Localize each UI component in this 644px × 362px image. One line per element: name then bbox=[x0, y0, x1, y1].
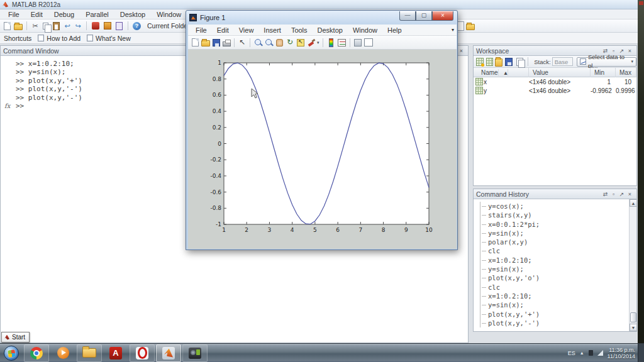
history-entry[interactable]: clc bbox=[480, 246, 629, 255]
workspace-variable-row[interactable]: x <1x46 double> 1 10 bbox=[474, 77, 636, 86]
figure-titlebar[interactable]: Figure 1 — ▢ × bbox=[186, 11, 457, 25]
figure-menu-item[interactable]: Insert bbox=[258, 26, 286, 35]
figure-menu-item[interactable]: Edit bbox=[212, 26, 234, 35]
stack-dropdown[interactable]: Base ▾ bbox=[552, 57, 574, 66]
brush-dropdown-icon[interactable]: ▾ bbox=[317, 40, 319, 45]
profiler-icon[interactable] bbox=[116, 22, 123, 30]
pin-panel-icon[interactable]: ↗ bbox=[618, 191, 626, 197]
taskbar-opera-button[interactable] bbox=[130, 344, 155, 362]
history-entry[interactable]: polar(x,y) bbox=[480, 238, 629, 246]
matlab-menu-item[interactable]: Desktop bbox=[114, 10, 151, 19]
history-entry[interactable]: y=sin(x); bbox=[480, 265, 629, 273]
close-button[interactable]: × bbox=[432, 11, 453, 21]
taskbar-matlab-button[interactable] bbox=[156, 344, 181, 362]
show-desktop-button[interactable] bbox=[638, 344, 644, 362]
history-entry[interactable]: x=1:0.2:10; bbox=[480, 292, 629, 300]
menu-overflow-icon[interactable]: ▾ bbox=[452, 27, 454, 33]
history-entry[interactable]: y=sin(x); bbox=[480, 229, 629, 238]
copy-icon[interactable] bbox=[43, 23, 48, 30]
data-cursor-icon[interactable] bbox=[297, 39, 304, 47]
figure-menu-item[interactable]: Window bbox=[348, 26, 382, 35]
clock[interactable]: 11:36 p.m. 11/10/2014 bbox=[608, 347, 635, 359]
close-panel-icon[interactable]: × bbox=[457, 48, 465, 54]
minimize-button[interactable]: — bbox=[399, 11, 416, 21]
matlab-menu-item[interactable]: Parallel bbox=[80, 10, 114, 19]
scroll-up-icon[interactable]: ▲ bbox=[630, 199, 637, 207]
column-max[interactable]: Max bbox=[616, 68, 636, 77]
history-entry[interactable]: plot(x,y,'+') bbox=[480, 310, 629, 319]
shortcut-whats-new[interactable]: What's New bbox=[87, 35, 131, 42]
taskbar-explorer-button[interactable] bbox=[77, 344, 102, 362]
simulink-icon[interactable] bbox=[92, 22, 99, 30]
history-entry[interactable]: x=0:0.1:2*pi; bbox=[480, 220, 629, 229]
select-data-dropdown[interactable]: Select data to pl... ▾ bbox=[577, 57, 636, 67]
shortcut-how-to-add[interactable]: How to Add bbox=[38, 35, 80, 42]
open-figure-icon[interactable] bbox=[201, 40, 210, 47]
scroll-down-icon[interactable]: ▼ bbox=[630, 324, 637, 331]
matlab-menu-item[interactable]: Edit bbox=[25, 10, 48, 19]
new-figure-icon[interactable] bbox=[192, 38, 199, 47]
open-variable-icon[interactable] bbox=[486, 58, 494, 66]
save-workspace-icon[interactable] bbox=[505, 58, 513, 66]
new-variable-icon[interactable] bbox=[476, 58, 484, 66]
matlab-menu-item[interactable]: File bbox=[3, 10, 25, 19]
brush-icon[interactable] bbox=[308, 39, 315, 47]
maximize-button[interactable]: ▢ bbox=[416, 11, 432, 21]
figure-menu-item[interactable]: Help bbox=[382, 26, 407, 35]
fx-button[interactable]: fx bbox=[4, 102, 16, 110]
show-plot-tools-icon[interactable] bbox=[364, 38, 373, 47]
command-prompt[interactable]: >> bbox=[16, 102, 24, 110]
action-center-icon[interactable] bbox=[589, 350, 593, 356]
save-figure-icon[interactable] bbox=[213, 39, 220, 47]
history-entry[interactable]: plot(x,y,'o') bbox=[480, 273, 629, 282]
scrollbar-thumb[interactable] bbox=[630, 312, 636, 322]
hide-plot-tools-icon[interactable] bbox=[354, 39, 362, 47]
zoom-out-icon[interactable] bbox=[265, 38, 273, 47]
network-icon[interactable] bbox=[597, 350, 603, 356]
command-history-titlebar[interactable]: Command History ⇄ ▫ ↗ × bbox=[474, 189, 636, 199]
workspace-variable-row[interactable]: y <1x46 double> -0.9962 0.9996 bbox=[474, 86, 636, 95]
language-indicator[interactable]: ES bbox=[568, 350, 575, 356]
figure-menu-item[interactable]: View bbox=[234, 26, 259, 35]
column-value[interactable]: Value bbox=[529, 68, 591, 77]
browse-folder-icon[interactable] bbox=[466, 24, 475, 30]
zoom-in-icon[interactable] bbox=[254, 38, 262, 47]
history-entry[interactable]: plot(x,y,'-') bbox=[480, 319, 629, 327]
taskbar-chrome-button[interactable] bbox=[24, 344, 49, 362]
matlab-menu-item[interactable]: Window bbox=[151, 10, 187, 19]
figure-menu-item[interactable]: Desktop bbox=[313, 26, 348, 35]
guide-icon[interactable] bbox=[104, 22, 111, 30]
insert-colorbar-icon[interactable] bbox=[329, 38, 333, 47]
history-scrollbar[interactable]: ▲ ▼ bbox=[629, 199, 636, 331]
taskbar-media-player-button[interactable] bbox=[50, 344, 75, 362]
paste-icon[interactable] bbox=[53, 22, 60, 30]
duplicate-variable-icon[interactable] bbox=[516, 58, 524, 66]
history-entry[interactable]: x=1:0.2:10; bbox=[480, 256, 629, 265]
hidden-icons-icon[interactable]: ▲ bbox=[580, 351, 584, 355]
figure-menu-item[interactable]: Tools bbox=[286, 26, 313, 35]
column-name[interactable]: Name ▴ bbox=[474, 68, 529, 77]
print-figure-icon[interactable] bbox=[223, 41, 231, 47]
rotate-3d-icon[interactable] bbox=[286, 38, 294, 47]
redo-icon[interactable] bbox=[74, 21, 82, 31]
import-data-icon[interactable] bbox=[495, 58, 502, 67]
maximize-panel-icon[interactable]: ▫ bbox=[609, 191, 618, 197]
pan-icon[interactable] bbox=[276, 39, 283, 47]
undo-icon[interactable] bbox=[63, 21, 72, 31]
taskbar-screen-recorder-button[interactable] bbox=[182, 344, 208, 362]
cut-icon[interactable] bbox=[31, 21, 40, 31]
matlab-titlebar[interactable]: MATLAB R2012a bbox=[0, 0, 638, 9]
close-panel-icon[interactable]: × bbox=[626, 191, 634, 197]
taskbar-adobe-reader-button[interactable]: A bbox=[103, 344, 128, 362]
matlab-menu-item[interactable]: Debug bbox=[48, 10, 80, 19]
open-file-icon[interactable] bbox=[14, 24, 23, 30]
history-entry[interactable]: y=sin(x); bbox=[480, 300, 629, 309]
edit-plot-icon[interactable] bbox=[238, 38, 247, 47]
history-entry[interactable]: clc bbox=[480, 283, 629, 292]
column-min[interactable]: Min bbox=[591, 68, 616, 77]
start-button[interactable] bbox=[4, 346, 19, 361]
help-icon[interactable] bbox=[133, 22, 141, 30]
new-script-icon[interactable] bbox=[4, 22, 11, 30]
undock-panel-icon[interactable]: ⇄ bbox=[601, 191, 609, 197]
history-entry[interactable]: y=cos(x); bbox=[480, 202, 629, 211]
